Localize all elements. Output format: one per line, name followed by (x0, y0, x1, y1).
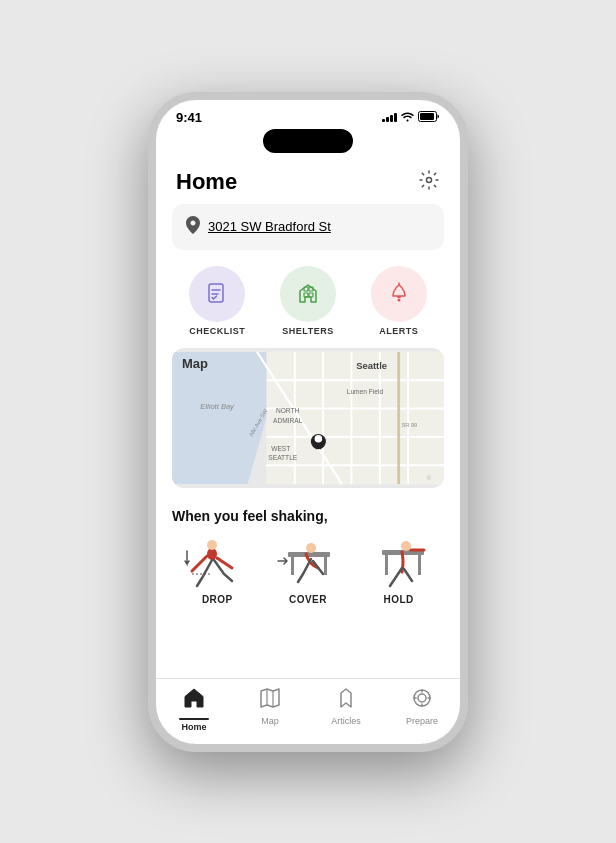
nav-home[interactable]: Home (169, 687, 219, 732)
address-card[interactable]: 3021 SW Bradford St (172, 204, 444, 250)
dynamic-island (156, 129, 460, 157)
svg-point-9 (397, 298, 400, 301)
dynamic-island-pill (263, 129, 353, 153)
dch-row: DROP (172, 534, 444, 605)
map-svg: Elliott Bay Seattle Lumen Field NORTH AD… (172, 348, 444, 488)
dch-drop[interactable]: DROP (179, 534, 255, 605)
map-icon (259, 687, 281, 714)
svg-rect-39 (291, 557, 294, 575)
svg-rect-40 (324, 557, 327, 575)
action-row: CHECKLIST SHELTERS (156, 262, 460, 348)
checklist-icon-bg (189, 266, 245, 322)
nav-map[interactable]: Map (245, 687, 295, 732)
address-text: 3021 SW Bradford St (208, 219, 331, 234)
prepare-icon (411, 687, 433, 714)
nav-home-indicator (179, 718, 209, 720)
svg-rect-8 (397, 296, 401, 298)
svg-text:SEATTLE: SEATTLE (268, 454, 297, 461)
wifi-icon (401, 111, 414, 124)
svg-point-37 (207, 540, 217, 550)
alerts-label: ALERTS (379, 326, 418, 336)
shelters-icon-bg (280, 266, 336, 322)
alerts-icon-bg (371, 266, 427, 322)
checklist-label: CHECKLIST (189, 326, 245, 336)
status-time: 9:41 (176, 110, 202, 125)
svg-text:NORTH: NORTH (276, 407, 300, 414)
drop-label: DROP (202, 594, 233, 605)
svg-text:WEST: WEST (271, 445, 290, 452)
svg-rect-38 (288, 552, 330, 557)
map-label: Map (182, 356, 208, 371)
phone-frame: 9:41 (148, 92, 468, 752)
svg-text:SR 99: SR 99 (402, 422, 418, 428)
signal-bars-icon (382, 112, 397, 122)
svg-point-49 (418, 694, 426, 702)
bottom-nav: Home Map Articles (156, 678, 460, 744)
nav-articles[interactable]: Articles (321, 687, 371, 732)
svg-text:ADMIRAL: ADMIRAL (273, 416, 303, 423)
dch-section: When you feel shaking, (156, 500, 460, 613)
nav-prepare[interactable]: Prepare (397, 687, 447, 732)
svg-rect-3 (209, 284, 223, 302)
action-shelters[interactable]: SHELTERS (280, 266, 336, 336)
cover-label: COVER (289, 594, 327, 605)
status-bar: 9:41 (156, 100, 460, 129)
nav-articles-label: Articles (331, 716, 361, 726)
battery-icon (418, 111, 440, 124)
articles-icon (335, 687, 357, 714)
nav-home-label: Home (181, 722, 206, 732)
cover-icon (270, 534, 346, 590)
screen: Home 3021 SW Bradford St (156, 157, 460, 678)
settings-icon[interactable] (418, 169, 440, 196)
dch-cover[interactable]: COVER (270, 534, 346, 605)
map-section[interactable]: Map (172, 348, 444, 488)
status-icons (382, 111, 440, 124)
hold-icon (361, 534, 437, 590)
home-icon (183, 687, 205, 714)
action-alerts[interactable]: ALERTS (371, 266, 427, 336)
svg-point-2 (427, 177, 432, 182)
svg-point-34 (315, 435, 323, 443)
svg-rect-43 (385, 555, 388, 575)
nav-prepare-label: Prepare (406, 716, 438, 726)
action-checklist[interactable]: CHECKLIST (189, 266, 245, 336)
svg-text:Seattle: Seattle (356, 359, 387, 370)
svg-rect-1 (420, 113, 434, 120)
svg-point-45 (401, 541, 411, 551)
page-title: Home (176, 169, 237, 195)
svg-point-41 (306, 543, 316, 553)
dch-hold[interactable]: HOLD (361, 534, 437, 605)
location-pin-icon (186, 216, 200, 238)
hold-label: HOLD (383, 594, 413, 605)
drop-icon (179, 534, 255, 590)
svg-text:Elliott Bay: Elliott Bay (200, 401, 235, 410)
svg-text:Lumen Field: Lumen Field (347, 388, 384, 395)
header: Home (156, 157, 460, 204)
shelters-label: SHELTERS (282, 326, 333, 336)
svg-rect-44 (418, 555, 421, 575)
nav-map-label: Map (261, 716, 279, 726)
dch-title: When you feel shaking, (172, 508, 444, 524)
